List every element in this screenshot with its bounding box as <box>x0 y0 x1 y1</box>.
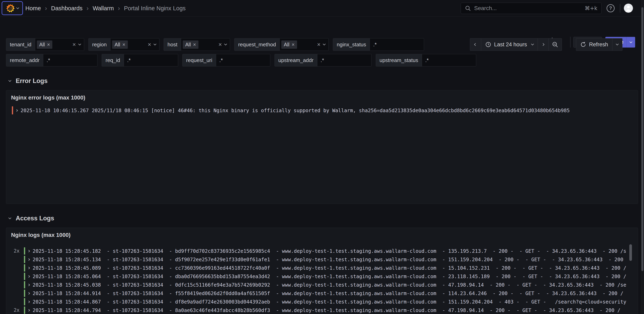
variable-value[interactable]: All×× <box>181 39 230 51</box>
log-row[interactable]: ›2025-11-18 15:28:45.089 - st-107263-158… <box>6 264 638 272</box>
log-line-text: 2025-11-18 10:46:15.267 2025/11/18 08:46… <box>20 108 638 113</box>
chevron-down-wrap <box>154 44 156 46</box>
time-range-picker[interactable]: Last 24 hours <box>481 39 538 51</box>
chip-label: All <box>39 42 45 48</box>
remove-option-icon[interactable]: × <box>193 42 196 47</box>
search-shortcut-hint: ⌘+k <box>585 5 597 11</box>
selected-option-chip[interactable]: All× <box>112 41 128 49</box>
log-expand-icon[interactable]: › <box>27 282 32 288</box>
variable-remote_addr[interactable]: remote_addr.* <box>6 54 98 67</box>
section-title: Access Logs <box>16 215 54 222</box>
variable-value[interactable]: All×× <box>110 39 159 51</box>
variable-tenant_id[interactable]: tenant_idAll×× <box>6 38 84 51</box>
search-bar[interactable]: ⌘+k <box>461 3 602 14</box>
refresh-interval-button[interactable] <box>612 39 622 51</box>
help-button[interactable]: ? <box>606 4 614 12</box>
variable-upstream_status[interactable]: upstream_status.* <box>376 54 476 67</box>
log-expand-icon[interactable]: › <box>27 273 32 279</box>
selected-option-chip[interactable]: All× <box>183 41 198 49</box>
time-shift-forward-button[interactable] <box>538 39 548 51</box>
panel-scrollbar-thumb[interactable] <box>629 244 632 261</box>
dashboard-toolbar: ☆ Export Share <box>0 17 644 31</box>
log-row[interactable]: ›2025-11-18 15:28:45.064 - st-107263-158… <box>6 272 638 280</box>
variable-label: req_id <box>102 54 124 66</box>
page-scrollbar-thumb[interactable] <box>642 7 644 271</box>
log-row[interactable]: ›2025-11-18 15:28:44.867 - st-107263-158… <box>6 297 638 306</box>
remove-option-icon[interactable]: × <box>292 42 295 47</box>
log-dedup-count: 2x <box>12 248 20 254</box>
log-expand-icon[interactable]: › <box>15 108 19 113</box>
log-line-text: 2025-11-18 15:28:45.089 - st-107263-1581… <box>32 265 638 271</box>
variable-label: upstream_addr <box>275 54 317 66</box>
log-row[interactable]: ›2025-11-18 15:28:45.038 - st-107263-158… <box>6 280 638 289</box>
section-collapse-icon[interactable] <box>8 79 11 82</box>
chevron-down-wrap <box>79 44 81 46</box>
refresh-button[interactable]: Refresh <box>576 39 612 51</box>
log-row[interactable]: ›2025-11-18 15:28:44.914 - st-107263-158… <box>6 289 638 297</box>
log-line-text: 2025-11-18 15:28:44.794 - st-107263-1581… <box>32 307 638 313</box>
variable-req_id[interactable]: req_id.* <box>102 54 178 67</box>
time-zoom-out-button[interactable] <box>548 39 562 51</box>
grafana-logo-button[interactable] <box>2 1 23 15</box>
clear-selection-icon[interactable]: × <box>218 42 222 48</box>
panel-title[interactable]: Nginx error logs (max 1000) <box>6 90 638 101</box>
zoom-out-icon <box>552 41 558 48</box>
user-avatar[interactable] <box>624 4 633 13</box>
time-shift-back-button[interactable] <box>470 39 481 51</box>
variable-region[interactable]: regionAll×× <box>88 38 160 51</box>
log-level-bar <box>12 106 13 114</box>
chevron-down-icon <box>78 43 81 45</box>
log-expand-icon[interactable]: › <box>27 248 32 254</box>
variable-request_uri[interactable]: request_uri.* <box>182 54 270 67</box>
log-expand-icon[interactable]: › <box>27 257 32 262</box>
log-expand-icon[interactable]: › <box>27 265 32 271</box>
variable-input-value: .* <box>43 57 50 64</box>
log-line-text: 2025-11-18 15:28:45.038 - st-107263-1581… <box>32 282 638 288</box>
variable-value[interactable]: .* <box>124 54 178 66</box>
chip-label: All <box>185 42 191 48</box>
variable-value[interactable]: .* <box>422 54 476 66</box>
remove-option-icon[interactable]: × <box>47 42 50 47</box>
log-row[interactable]: 2x›2025-11-18 15:28:45.182 - st-107263-1… <box>6 247 638 255</box>
clear-selection-icon[interactable]: × <box>72 42 76 48</box>
log-expand-icon[interactable]: › <box>27 307 32 313</box>
log-expand-icon[interactable]: › <box>27 290 32 296</box>
breadcrumb-current-page: Portal Inline Nginx Logs <box>124 5 186 12</box>
remove-option-icon[interactable]: × <box>122 42 126 47</box>
variable-filters-row-2: remote_addr.*req_id.*request_uri.*upstre… <box>6 54 476 67</box>
log-row[interactable]: ›2025-11-18 10:46:15.267 2025/11/18 08:4… <box>6 106 638 115</box>
chevron-down-icon <box>224 43 227 45</box>
variable-input-value: .* <box>216 57 223 64</box>
variable-host[interactable]: hostAll×× <box>164 38 230 51</box>
variable-value[interactable]: .* <box>216 54 270 66</box>
panel-title[interactable]: Nginx logs (max 1000) <box>6 228 638 238</box>
breadcrumb-dashboards[interactable]: Dashboards <box>51 5 82 12</box>
variable-value[interactable]: .* <box>370 39 424 51</box>
log-row[interactable]: 2x›2025-11-18 15:28:44.794 - st-107263-1… <box>6 306 638 314</box>
log-level-bar <box>24 247 25 255</box>
variable-label: request_uri <box>182 54 216 66</box>
variable-value[interactable]: All×× <box>35 39 84 51</box>
variable-request_method[interactable]: request_methodAll×× <box>234 38 329 51</box>
log-expand-icon[interactable]: › <box>27 299 32 304</box>
share-menu-button[interactable] <box>626 37 635 48</box>
breadcrumb-wallarm[interactable]: Wallarm <box>92 5 114 12</box>
variable-value[interactable]: .* <box>317 54 371 66</box>
selected-option-chip[interactable]: All× <box>37 41 52 49</box>
search-input[interactable] <box>474 5 582 12</box>
log-row[interactable]: ›2025-11-18 15:28:45.134 - st-107263-158… <box>6 255 638 264</box>
log-level-bar <box>24 256 25 263</box>
variable-value[interactable]: All×× <box>280 39 328 51</box>
breadcrumb-home[interactable]: Home <box>25 5 41 12</box>
selected-option-chip[interactable]: All× <box>281 41 297 49</box>
clear-selection-icon[interactable]: × <box>317 42 320 48</box>
section-collapse-icon[interactable] <box>8 216 11 219</box>
variable-upstream_addr[interactable]: upstream_addr.* <box>274 54 372 67</box>
section-header-error-logs[interactable]: Error Logs <box>9 77 48 85</box>
section-header-access-logs[interactable]: Access Logs <box>9 214 54 222</box>
clear-selection-icon[interactable]: × <box>148 42 151 48</box>
chip-label: All <box>114 42 120 48</box>
question-mark-icon: ? <box>609 6 612 11</box>
variable-nginx_status[interactable]: nginx_status.* <box>333 38 424 51</box>
variable-value[interactable]: .* <box>43 54 97 66</box>
